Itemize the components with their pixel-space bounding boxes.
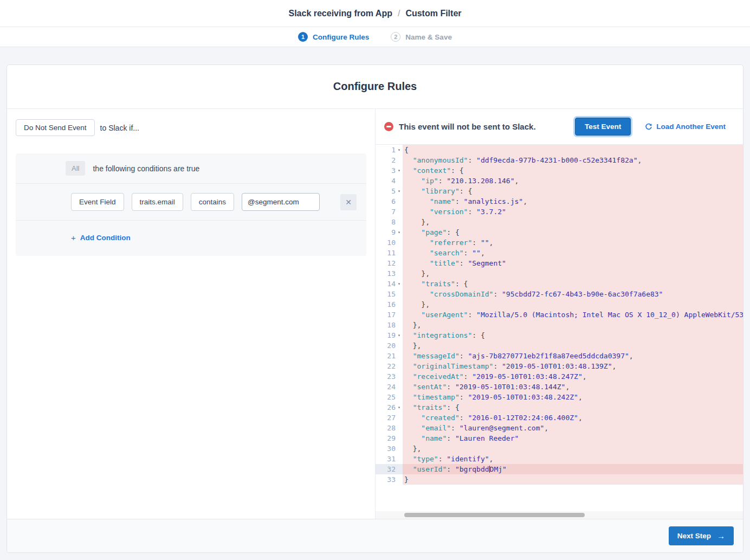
code-line-content: "type": "identify", — [403, 454, 743, 464]
chevron-down-icon[interactable]: ▾ — [396, 279, 403, 289]
card-footer: Next Step → — [7, 519, 743, 552]
code-line: 13 }, — [376, 268, 743, 279]
wizard-steps: 1 Configure Rules 2 Name & Save — [0, 27, 750, 47]
conditions-group: All the following conditions are true Ev… — [16, 153, 366, 256]
code-line-content: "userAgent": "Mozilla/5.0 (Macintosh; In… — [403, 310, 743, 320]
line-number: 20 — [376, 340, 403, 351]
code-line: 8 }, — [376, 217, 743, 227]
next-step-button[interactable]: Next Step → — [669, 526, 734, 545]
code-line: 27 "created": "2016-01-12T02:24:06.400Z"… — [376, 413, 743, 423]
code-line-active: 32 "userId": "bgrqbddDMj" — [376, 464, 743, 474]
match-type-text: the following conditions are true — [93, 164, 199, 173]
configure-rules-card: Configure Rules Do Not Send Event to Sla… — [7, 65, 743, 553]
code-line-content: "ip": "210.13.208.146", — [403, 176, 743, 186]
breadcrumb-source[interactable]: Slack receiving from App — [288, 9, 392, 18]
chevron-down-icon[interactable]: ▾ — [396, 330, 403, 340]
chevron-down-icon[interactable]: ▾ — [396, 145, 403, 155]
condition-value-input[interactable] — [242, 193, 320, 211]
code-line-content: "page": { — [403, 227, 743, 237]
code-line: 1▾{ — [376, 145, 743, 155]
line-number: 19▾ — [376, 330, 403, 340]
code-line-content: }, — [403, 340, 743, 351]
chevron-down-icon[interactable]: ▾ — [396, 402, 403, 413]
horizontal-scrollbar-thumb[interactable] — [404, 513, 585, 517]
json-code-editor[interactable]: 1▾{2 "anonymousId": "ddf9ecda-977b-4231-… — [376, 145, 743, 519]
step-2-label: Name & Save — [405, 33, 452, 41]
step-configure-rules[interactable]: 1 Configure Rules — [298, 32, 369, 42]
code-editor-lines: 1▾{2 "anonymousId": "ddf9ecda-977b-4231-… — [376, 145, 743, 485]
test-event-button[interactable]: Test Event — [575, 118, 631, 136]
line-number: 6 — [376, 196, 403, 207]
line-number: 5▾ — [376, 186, 403, 196]
match-type-chip[interactable]: All — [66, 161, 85, 176]
code-line: 22 "originalTimestamp": "2019-05-10T01:0… — [376, 361, 743, 371]
refresh-icon — [645, 123, 652, 131]
line-number: 26▾ — [376, 402, 403, 413]
line-number: 33 — [376, 474, 403, 485]
add-condition-button[interactable]: + Add Condition — [71, 233, 131, 242]
code-line-content: "title": "Segment" — [403, 258, 743, 268]
code-line: 11 "search": "", — [376, 248, 743, 258]
code-line-content: }, — [403, 268, 743, 279]
code-line: 16 }, — [376, 299, 743, 310]
page-header: Slack receiving from App / Custom Filter — [0, 0, 750, 27]
code-line: 18 }, — [376, 320, 743, 330]
condition-field-dropdown[interactable]: traits.email — [132, 193, 183, 211]
line-number: 17 — [376, 310, 403, 320]
code-line: 29 "name": "Lauren Reeder" — [376, 433, 743, 443]
code-line: 21 "messageId": "ajs-7b8270771eb2f1f8a87… — [376, 351, 743, 361]
condition-row: Event Field traits.email contains ✕ — [16, 184, 366, 221]
code-line-content: }, — [403, 443, 743, 454]
load-another-event-label: Load Another Event — [656, 123, 726, 131]
line-number: 3▾ — [376, 165, 403, 176]
filter-action-dropdown[interactable]: Do Not Send Event — [16, 119, 95, 136]
code-line-content: "timestamp": "2019-05-10T01:03:48.242Z", — [403, 392, 743, 402]
step-2-circle: 2 — [391, 32, 400, 42]
code-line-content: { — [403, 145, 743, 155]
code-line-content: } — [403, 474, 743, 485]
code-line: 6 "name": "analytics.js", — [376, 196, 743, 207]
plus-icon: + — [71, 233, 76, 242]
code-line-content: "anonymousId": "ddf9ecda-977b-4231-b000-… — [403, 155, 743, 165]
step-name-save[interactable]: 2 Name & Save — [391, 32, 452, 42]
load-another-event-button[interactable]: Load Another Event — [645, 123, 726, 131]
code-line-content: "email": "lauren@segment.com", — [403, 423, 743, 433]
filter-builder-panel: Do Not Send Event to Slack if... All the… — [7, 109, 376, 519]
x-icon: ✕ — [345, 198, 352, 207]
code-line-content: "traits": { — [403, 279, 743, 289]
condition-operator-dropdown[interactable]: contains — [191, 193, 234, 211]
line-number: 8 — [376, 217, 403, 227]
line-number: 32 — [376, 464, 403, 474]
breadcrumb-current: Custom Filter — [405, 9, 461, 18]
preview-header: This event will not be sent to Slack. Te… — [376, 109, 743, 145]
chevron-down-icon[interactable]: ▾ — [396, 165, 403, 176]
code-line-content: "messageId": "ajs-7b8270771eb2f1f8a87eed… — [403, 351, 743, 361]
code-line: 19▾ "integrations": { — [376, 330, 743, 340]
line-number: 31 — [376, 454, 403, 464]
code-line-content: "integrations": { — [403, 330, 743, 340]
code-editor-empty-area — [376, 485, 743, 511]
code-line-content: "crossDomainId": "95cbdd72-fc67-4b43-b90… — [403, 289, 743, 299]
chevron-down-icon[interactable]: ▾ — [396, 227, 403, 237]
line-number: 28 — [376, 423, 403, 433]
card-title: Configure Rules — [7, 65, 743, 109]
line-number: 18 — [376, 320, 403, 330]
horizontal-scrollbar[interactable] — [376, 511, 743, 519]
chevron-down-icon[interactable]: ▾ — [396, 186, 403, 196]
line-number: 12 — [376, 258, 403, 268]
line-number: 29 — [376, 433, 403, 443]
code-line: 10 "referrer": "", — [376, 237, 743, 248]
condition-field-type-dropdown[interactable]: Event Field — [71, 193, 124, 211]
event-preview-panel: This event will not be sent to Slack. Te… — [376, 109, 743, 519]
arrow-right-icon: → — [717, 531, 725, 540]
code-line-content: "version": "3.7.2" — [403, 207, 743, 217]
line-number: 14▾ — [376, 279, 403, 289]
remove-condition-button[interactable]: ✕ — [340, 194, 357, 210]
filter-action-suffix: to Slack if... — [100, 124, 139, 132]
code-line: 23 "receivedAt": "2019-05-10T01:03:48.24… — [376, 371, 743, 382]
line-number: 16 — [376, 299, 403, 310]
code-line: 28 "email": "lauren@segment.com", — [376, 423, 743, 433]
code-line: 9▾ "page": { — [376, 227, 743, 237]
line-number: 30 — [376, 443, 403, 454]
add-condition-label: Add Condition — [80, 234, 131, 242]
